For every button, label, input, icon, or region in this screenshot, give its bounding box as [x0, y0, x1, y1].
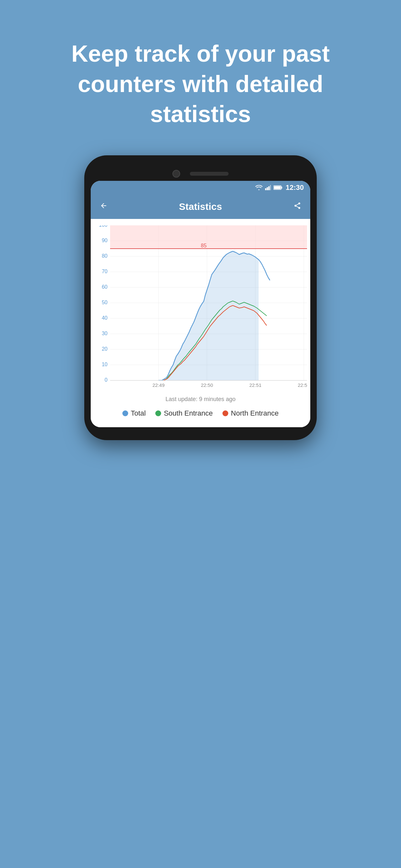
battery-icon [274, 185, 282, 190]
app-title: Statistics [179, 201, 222, 212]
legend-total: Total [122, 409, 146, 417]
status-icons [255, 185, 282, 190]
hero-headline: Keep track of your past counters with de… [0, 0, 401, 155]
status-time: 12:30 [286, 183, 304, 192]
svg-text:90: 90 [102, 238, 107, 243]
svg-text:20: 20 [102, 346, 107, 352]
svg-text:22:49: 22:49 [152, 382, 165, 388]
svg-text:70: 70 [102, 269, 107, 274]
svg-text:50: 50 [102, 300, 107, 305]
legend-south: South Entrance [155, 409, 213, 417]
svg-text:100: 100 [99, 225, 107, 228]
chart-legend: Total South Entrance North Entrance [94, 404, 307, 424]
chart-svg: 85 100 90 80 70 60 50 40 30 20 10 0 22:4… [94, 225, 307, 393]
svg-text:22:51: 22:51 [249, 382, 261, 388]
phone-speaker [190, 172, 228, 176]
svg-rect-6 [274, 186, 281, 189]
svg-text:80: 80 [102, 253, 107, 259]
legend-north: North Entrance [222, 409, 279, 417]
svg-rect-3 [270, 185, 271, 190]
svg-text:22:52: 22:52 [298, 382, 307, 388]
legend-dot-total [122, 410, 128, 416]
svg-rect-23 [110, 225, 307, 249]
svg-marker-41 [158, 251, 258, 380]
svg-text:40: 40 [102, 315, 107, 321]
svg-rect-1 [267, 187, 268, 190]
svg-rect-0 [265, 188, 266, 190]
chart-area: 85 100 90 80 70 60 50 40 30 20 10 0 22:4… [94, 225, 307, 393]
phone-camera [173, 170, 180, 178]
share-button[interactable] [292, 200, 303, 213]
back-button[interactable] [98, 200, 109, 213]
status-bar: 12:30 [91, 181, 310, 194]
wifi-icon [255, 185, 263, 190]
app-bar: Statistics [91, 194, 310, 219]
legend-dot-south [155, 410, 161, 416]
legend-label-north: North Entrance [231, 409, 279, 417]
legend-label-total: Total [131, 409, 146, 417]
svg-rect-2 [268, 186, 270, 190]
svg-text:60: 60 [102, 284, 107, 290]
phone-notch [91, 165, 310, 181]
legend-dot-north [222, 410, 228, 416]
legend-label-south: South Entrance [164, 409, 213, 417]
chart-container: 85 100 90 80 70 60 50 40 30 20 10 0 22:4… [91, 219, 310, 427]
svg-rect-5 [281, 187, 282, 189]
svg-text:0: 0 [104, 377, 107, 383]
phone-mockup: 12:30 Statistics [84, 155, 317, 440]
svg-text:10: 10 [102, 362, 107, 367]
svg-text:30: 30 [102, 331, 107, 336]
last-update: Last update: 9 minutes ago [94, 393, 307, 404]
svg-text:22:50: 22:50 [201, 382, 213, 388]
signal-icon [265, 185, 271, 190]
phone-screen: 12:30 Statistics [91, 181, 310, 427]
svg-text:85: 85 [201, 243, 207, 248]
